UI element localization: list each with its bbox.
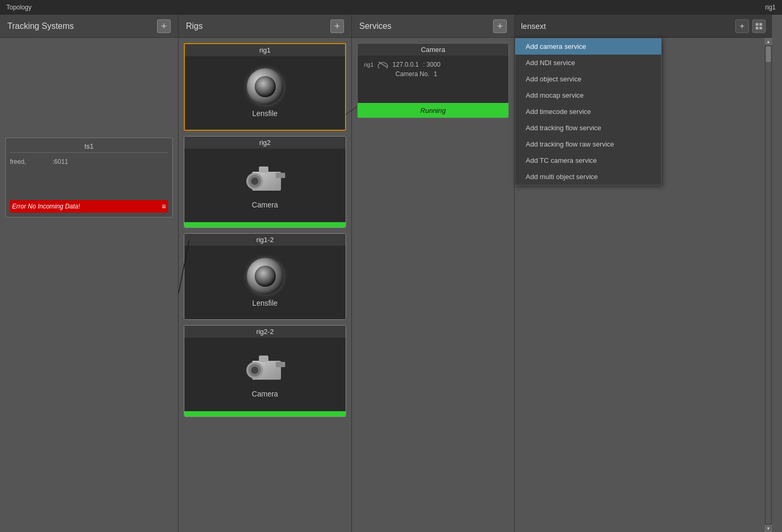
rig2-2-image: Camera xyxy=(184,338,346,411)
svg-rect-5 xyxy=(259,166,268,173)
rig-card-rig1[interactable]: rig1 Lensfile xyxy=(184,43,346,131)
main-layout: Tracking Systems + ts1 freed, :6011 Erro… xyxy=(0,15,782,532)
title-bar: Topology rig1 xyxy=(0,0,782,15)
rig-title: rig1 xyxy=(765,4,776,11)
camera-service-port: : 3000 xyxy=(423,61,440,68)
rig1-lens-inner xyxy=(255,76,276,97)
svg-rect-13 xyxy=(276,362,285,367)
rig1-title: rig1 xyxy=(185,44,345,56)
rig2-image: Camera xyxy=(184,149,346,222)
camera-no-label: Camera No. xyxy=(395,70,430,78)
rig2-status-bar xyxy=(184,222,346,227)
tracking-panel-header: Tracking Systems + xyxy=(0,15,178,38)
svg-rect-12 xyxy=(259,356,268,362)
camera-no-value: 1 xyxy=(434,70,437,78)
svg-point-11 xyxy=(251,367,258,374)
ts1-connection: freed, xyxy=(10,158,26,165)
rig2-2-title: rig2-2 xyxy=(184,326,346,338)
ts1-port: :6011 xyxy=(53,158,68,165)
dropdown-item-add-tracking-flow-raw-service[interactable]: Add tracking flow raw service xyxy=(515,136,661,152)
camera-service-content: rig1 127.0.0.1 : 3000 Camera No. 1 xyxy=(358,56,508,103)
ts1-content: freed, :6011 xyxy=(10,156,168,198)
services-dropdown-menu: Add camera service Add NDI service Add o… xyxy=(515,38,662,185)
camera-service-card[interactable]: Camera rig1 127.0.0.1 : 3000 Camera No. xyxy=(357,43,509,118)
camera-service-ip: 127.0.0.1 xyxy=(392,61,419,68)
dropdown-item-add-multi-object-service[interactable]: Add multi object service xyxy=(515,169,661,185)
running-text: Running xyxy=(420,107,445,114)
dropdown-item-add-tracking-flow-service[interactable]: Add tracking flow service xyxy=(515,120,661,136)
camera-service-title: Camera xyxy=(358,44,508,56)
services-panel-content: Camera rig1 127.0.0.1 : 3000 Camera No. xyxy=(352,38,514,532)
rig-card-rig2[interactable]: rig2 xyxy=(184,136,346,228)
svg-rect-17 xyxy=(759,23,762,26)
rig1-image: Lensfile xyxy=(185,56,345,130)
dropdown-item-add-camera-service[interactable]: Add camera service xyxy=(515,38,661,55)
dropdown-item-add-tc-camera-service[interactable]: Add TC camera service xyxy=(515,152,661,169)
ts1-error-message: Error No Incoming Data! xyxy=(12,203,80,210)
tracking-systems-panel: Tracking Systems + ts1 freed, :6011 Erro… xyxy=(0,15,179,532)
lensext-title: lensext xyxy=(521,22,546,30)
dropdown-item-add-object-service[interactable]: Add object service xyxy=(515,71,661,87)
dropdown-item-add-mocap-service[interactable]: Add mocap service xyxy=(515,87,661,103)
camera-service-running-status: Running xyxy=(358,103,508,118)
services-panel: Services + Camera rig1 127.0.0.1 xyxy=(352,15,515,532)
camera-no-row: Camera No. 1 xyxy=(395,70,502,78)
services-panel-header: Services + xyxy=(352,15,514,38)
svg-point-14 xyxy=(378,62,388,68)
services-panel-title: Services xyxy=(359,22,391,31)
scroll-thumb[interactable] xyxy=(766,46,771,62)
rig1-label: Lensfile xyxy=(252,109,277,118)
tracking-panel-content: ts1 freed, :6011 Error No Incoming Data!… xyxy=(0,38,178,532)
rig1-2-image: Lensfile xyxy=(184,246,346,319)
rig1-2-title: rig1-2 xyxy=(184,234,346,246)
rigs-panel: Rigs + rig1 Lensfile rig2 xyxy=(179,15,352,532)
services-add-button[interactable]: + xyxy=(493,19,507,33)
right-panel-scrollbar[interactable]: ▲ ▼ xyxy=(765,38,772,532)
rig1-2-lens-inner xyxy=(255,266,276,287)
rigs-panel-header: Rigs + xyxy=(179,15,351,38)
ts1-error-bar: Error No Incoming Data! ≡ xyxy=(10,200,168,213)
ts1-card[interactable]: ts1 freed, :6011 Error No Incoming Data!… xyxy=(5,138,173,217)
rig1-2-lens-icon xyxy=(247,258,284,295)
rig1-2-label: Lensfile xyxy=(252,299,277,307)
rig-card-rig2-2[interactable]: rig2-2 xyxy=(184,325,346,417)
rig2-camera-icon xyxy=(242,162,289,196)
svg-rect-19 xyxy=(759,27,762,29)
lensext-header: lensext + xyxy=(515,15,772,38)
lensext-panel: lensext + Add camera service xyxy=(515,15,772,532)
camera-service-ip-row: rig1 127.0.0.1 : 3000 xyxy=(364,61,502,68)
rig2-2-status-bar xyxy=(184,411,346,416)
scroll-track xyxy=(766,46,771,524)
rig2-title: rig2 xyxy=(184,137,346,149)
tracking-add-button[interactable]: + xyxy=(157,19,171,33)
ts1-error-menu-icon[interactable]: ≡ xyxy=(162,202,166,211)
rig2-2-camera-icon xyxy=(242,351,289,385)
grid-icon xyxy=(755,23,763,30)
dropdown-item-add-ndi-service[interactable]: Add NDI service xyxy=(515,55,661,71)
svg-rect-6 xyxy=(276,173,285,178)
rigs-add-button[interactable]: + xyxy=(330,19,344,33)
rig2-2-label: Camera xyxy=(252,390,278,398)
lensext-grid-button[interactable] xyxy=(752,19,766,33)
tracking-panel-title: Tracking Systems xyxy=(7,22,74,31)
lensext-add-button[interactable]: + xyxy=(735,19,749,33)
rig-card-rig1-2[interactable]: rig1-2 Lensfile xyxy=(184,233,346,320)
rigs-panel-content: rig1 Lensfile rig2 xyxy=(179,38,351,532)
scroll-down-arrow[interactable]: ▼ xyxy=(765,525,772,532)
svg-rect-18 xyxy=(756,27,758,29)
ts1-title: ts1 xyxy=(10,142,168,153)
camera-service-rig-name: rig1 xyxy=(364,61,373,68)
rig1-lens-icon xyxy=(247,68,284,105)
dropdown-item-add-timecode-service[interactable]: Add timecode service xyxy=(515,103,661,120)
svg-point-4 xyxy=(251,178,258,185)
scroll-up-arrow[interactable]: ▲ xyxy=(765,38,772,45)
app-title: Topology xyxy=(6,4,32,11)
rigs-panel-title: Rigs xyxy=(186,22,203,31)
rig2-label: Camera xyxy=(252,201,278,209)
camera-service-signal-icon xyxy=(378,61,388,68)
svg-rect-16 xyxy=(756,23,758,26)
